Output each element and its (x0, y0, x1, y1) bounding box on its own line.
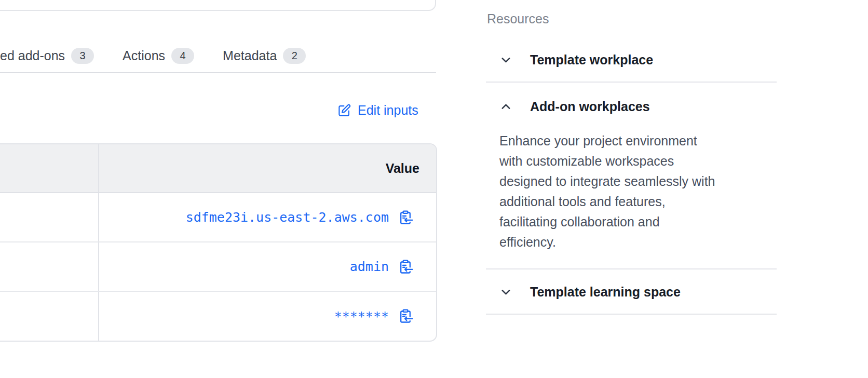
edit-pencil-icon (337, 103, 351, 117)
table-row: sdfme23i.us-east-2.aws.com (0, 193, 436, 242)
chevron-down-icon (499, 286, 512, 299)
tab-metadata[interactable]: Metadata 2 (223, 48, 306, 64)
input-value-password-masked: ******* (334, 309, 389, 324)
section-title: Template workplace (530, 52, 653, 68)
tab-actions[interactable]: Actions 4 (123, 48, 194, 64)
input-value-host: sdfme23i.us-east-2.aws.com (186, 210, 389, 225)
table-cell-value: admin (99, 242, 436, 291)
tab-label: Actions (123, 48, 165, 63)
table-row: ******* (0, 292, 436, 341)
section-template-learning-space[interactable]: Template learning space (486, 281, 777, 302)
section-title: Template learning space (530, 285, 681, 300)
inputs-table: Value sdfme23i.us-east-2.aws.com (0, 143, 437, 342)
tab-count-badge: 3 (71, 48, 94, 64)
table-row: admin (0, 242, 436, 292)
clipboard-copy-icon[interactable] (398, 210, 413, 225)
clipboard-copy-icon[interactable] (398, 259, 413, 275)
screen: ed add-ons 3 Actions 4 Metadata 2 Edit i… (0, 0, 868, 378)
chevron-down-icon (499, 53, 512, 66)
table-header-left-cell (0, 144, 99, 192)
table-cell-label (0, 292, 99, 341)
table-cell-label (0, 193, 99, 241)
top-card-fragment (0, 0, 436, 11)
table-cell-value: ******* (99, 292, 436, 341)
table-cell-value: sdfme23i.us-east-2.aws.com (99, 193, 436, 241)
section-divider (486, 268, 777, 269)
tab-bar-divider (0, 72, 436, 73)
input-value-username: admin (350, 259, 389, 274)
section-add-on-workplaces[interactable]: Add-on workplaces (486, 96, 777, 117)
resources-panel: Resources Template workplace Add-on work… (486, 0, 777, 378)
tab-count-badge: 4 (171, 48, 194, 64)
clipboard-copy-icon[interactable] (398, 308, 413, 324)
edit-inputs-label: Edit inputs (358, 103, 418, 118)
tab-bar: ed add-ons 3 Actions 4 Metadata 2 (0, 45, 436, 66)
section-divider (486, 82, 777, 83)
section-title: Add-on workplaces (530, 99, 650, 114)
edit-inputs-button[interactable]: Edit inputs (337, 100, 418, 120)
tab-label: ed add-ons (0, 48, 65, 63)
tab-label: Metadata (223, 48, 277, 63)
tab-count-badge: 2 (283, 48, 306, 64)
value-column-header: Value (386, 161, 419, 176)
resources-panel-title: Resources (487, 11, 549, 26)
section-template-workplace[interactable]: Template workplace (486, 49, 777, 70)
section-divider (486, 314, 777, 315)
table-header-value-cell: Value (99, 144, 436, 192)
table-cell-label (0, 242, 99, 291)
section-description: Enhance your project environment with cu… (499, 131, 775, 252)
chevron-up-icon (499, 100, 512, 113)
table-header-row: Value (0, 144, 436, 193)
tab-installed-add-ons[interactable]: ed add-ons 3 (0, 48, 94, 64)
